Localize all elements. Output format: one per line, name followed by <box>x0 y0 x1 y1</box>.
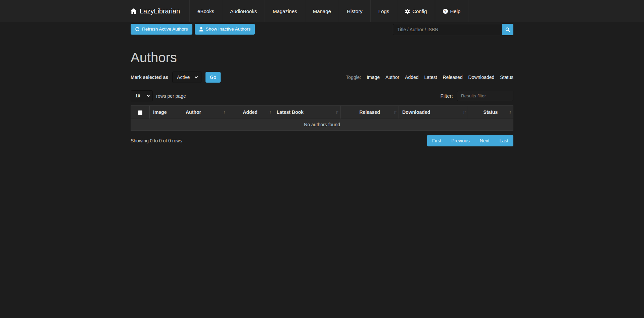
sort-icon: ↓↑ <box>508 110 511 115</box>
nav-item-ebooks[interactable]: eBooks <box>189 0 222 22</box>
rows-per-page-label: rows per page <box>156 93 186 99</box>
search-bar <box>393 24 513 35</box>
refresh-icon <box>135 27 140 32</box>
pagination-next-button[interactable]: Next <box>475 135 495 146</box>
search-icon <box>505 27 510 32</box>
nav-item-logs[interactable]: Logs <box>370 0 397 22</box>
column-header-status[interactable]: Status ↓↑ <box>468 106 513 119</box>
nav-item-magazines[interactable]: Magazines <box>265 0 305 22</box>
column-header-latest-book[interactable]: Latest Book ↓↑ <box>273 106 341 119</box>
nav-item-manage[interactable]: Manage <box>305 0 339 22</box>
home-icon <box>131 8 137 14</box>
sort-icon: ↓↑ <box>394 110 396 115</box>
top-navbar: LazyLibrarian eBooks AudioBooks Magazine… <box>0 0 644 22</box>
pagination-last-button[interactable]: Last <box>495 135 513 146</box>
results-filter-input[interactable] <box>457 91 513 101</box>
sort-icon: ↓↑ <box>268 110 271 115</box>
toolbar: Refresh Active Authors Show Inactive Aut… <box>131 22 513 35</box>
column-header-image: Image <box>150 106 182 119</box>
toggle-added[interactable]: Added <box>405 75 418 80</box>
toggle-image[interactable]: Image <box>367 75 380 80</box>
showing-rows-text: Showing 0 to 0 of 0 rows <box>131 138 182 143</box>
go-button[interactable]: Go <box>205 72 221 83</box>
toggle-status[interactable]: Status <box>500 75 513 80</box>
mark-status-select[interactable]: Active <box>172 72 201 83</box>
brand-label: LazyLibrarian <box>140 7 180 15</box>
nav-item-help[interactable]: ? Help <box>435 0 469 22</box>
nav-item-history[interactable]: History <box>339 0 370 22</box>
toggle-latest[interactable]: Latest <box>424 75 437 80</box>
authors-table: Image Author ↓↑ Added ↓↑ Latest Book ↓↑ … <box>131 105 513 131</box>
column-toggle-bar: Toggle: Image Author Added Latest Releas… <box>346 75 513 80</box>
column-header-author[interactable]: Author ↓↑ <box>182 106 227 119</box>
empty-row: No authors found <box>131 119 513 131</box>
sort-icon: ↓↑ <box>222 110 225 115</box>
sort-icon: ↓↑ <box>463 110 465 115</box>
nav-item-audiobooks[interactable]: AudioBooks <box>222 0 265 22</box>
brand-link[interactable]: LazyLibrarian <box>131 0 189 22</box>
pagination-first-button[interactable]: First <box>427 135 446 146</box>
column-header-added[interactable]: Added ↓↑ <box>227 106 273 119</box>
gear-icon <box>405 9 410 14</box>
column-header-released[interactable]: Released ↓↑ <box>341 106 399 119</box>
mark-selected-label: Mark selected as <box>131 75 168 80</box>
search-button[interactable] <box>502 24 513 35</box>
toggle-label: Toggle: <box>346 75 361 80</box>
show-inactive-authors-button[interactable]: Show Inactive Authors <box>195 24 255 35</box>
select-all-header <box>131 106 150 119</box>
select-all-checkbox[interactable] <box>138 110 142 115</box>
nav-item-config[interactable]: Config <box>397 0 434 22</box>
toggle-downloaded[interactable]: Downloaded <box>468 75 495 80</box>
sort-icon: ↓↑ <box>335 110 338 115</box>
toggle-released[interactable]: Released <box>443 75 463 80</box>
pagination: First Previous Next Last <box>427 135 513 146</box>
rows-per-page-select[interactable]: 10 <box>131 90 153 101</box>
toggle-author[interactable]: Author <box>385 75 399 80</box>
search-input[interactable] <box>393 24 502 35</box>
filter-label: Filter: <box>441 93 453 99</box>
column-header-downloaded[interactable]: Downloaded ↓↑ <box>399 106 468 119</box>
pagination-previous-button[interactable]: Previous <box>446 135 474 146</box>
empty-message: No authors found <box>131 119 513 131</box>
user-icon <box>199 27 203 32</box>
table-header-row: Image Author ↓↑ Added ↓↑ Latest Book ↓↑ … <box>131 106 513 119</box>
page-title: Authors <box>131 50 513 65</box>
question-icon: ? <box>443 9 448 14</box>
refresh-active-authors-button[interactable]: Refresh Active Authors <box>131 24 192 35</box>
